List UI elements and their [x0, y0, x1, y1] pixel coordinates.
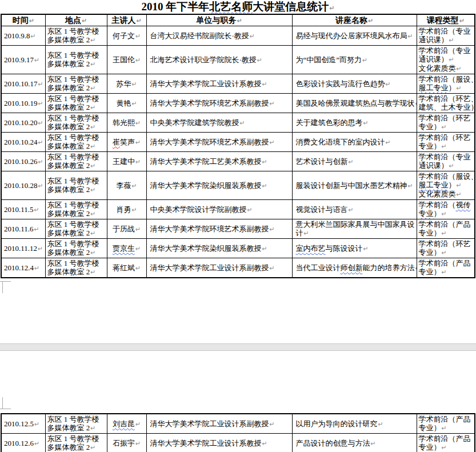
cell-lecture[interactable]: 关于建筑色彩的思考↵	[292, 113, 417, 133]
column-header-2[interactable]: 主讲人↵	[107, 14, 146, 26]
cell-speaker[interactable]: 于历战↵	[107, 219, 146, 239]
cell-unit[interactable]: 清华大学美术学院环境艺术系副教授↵	[146, 219, 292, 239]
cell-lecture[interactable]: 服装设计创新与中国水墨艺术精神↵	[292, 171, 417, 200]
cell-type[interactable]: 学术前沿（环艺 专业）↵	[417, 113, 475, 133]
paragraph: 2010.10.19↵	[4, 99, 43, 108]
cell-location[interactable]: 东区 1 号教学楼 多媒体教室 2↵	[45, 74, 107, 94]
cell-type[interactable]: 学术前沿（产品 专业）↵	[417, 258, 475, 278]
cell-unit[interactable]: 北海艺术设计职业学院院长·教授↵	[146, 46, 292, 74]
cell-date[interactable]: 2010.10.19↵	[1, 94, 45, 113]
cell-location[interactable]: 东区 1 号教学楼 多媒体教室 2↵	[45, 94, 107, 113]
cell-speaker[interactable]: 贾京生↵	[107, 239, 146, 258]
cell-lecture[interactable]: 室内布艺与陈设设计↵	[292, 239, 417, 258]
cell-lecture[interactable]: 当代工业设计师创新能力的培养方法↵	[292, 258, 417, 278]
cell-type[interactable]: 学术前沿（视传 专业）↵	[417, 200, 475, 219]
cell-location[interactable]: 东区 1 号教学楼 多媒体教室 2↵	[45, 434, 107, 452]
column-header-0[interactable]: 时间↵	[1, 14, 45, 26]
cell-location[interactable]: 东区 1 号教学楼 多媒体教室 2↵	[45, 26, 107, 46]
cell-date[interactable]: 2010.11.12↵	[1, 239, 45, 258]
cell-location[interactable]: 东区 1 号教学楼 多媒体教室 2↵	[45, 200, 107, 219]
cell-location[interactable]: 东区 1 号教学楼 多媒体教室 2↵	[45, 152, 107, 171]
cell-type[interactable]: 学术前沿（服设、 服工专业）↵文化素质类↵	[417, 171, 475, 200]
cell-unit[interactable]: 清华大学美术学院工业设计系副教授↵	[146, 258, 292, 278]
cell-location[interactable]: 东区 1 号教学楼 多媒体教室 2↵	[45, 171, 107, 200]
cell-speaker[interactable]: 苏华↵	[107, 74, 146, 94]
cell-date[interactable]: 2010.10.28↵	[1, 171, 45, 200]
paragraph: 清华大学美术学院染织服装系教授↵	[150, 181, 290, 190]
cell-speaker[interactable]: 蒋红斌↵	[107, 258, 146, 278]
cell-speaker[interactable]: 刘吉昆↵	[107, 414, 146, 434]
cell-date[interactable]: 2010.10.17↵	[1, 74, 45, 94]
cell-type[interactable]: 学术前沿（环艺 专业）↵	[417, 239, 475, 258]
cell-date[interactable]: 2010.10.24↵	[1, 133, 45, 152]
cell-location[interactable]: 东区 1 号教学楼 多媒体教室 2↵	[45, 46, 107, 74]
cell-type[interactable]: 学术前沿（专业 通识课）↵	[417, 26, 475, 46]
cell-speaker[interactable]: 李薇↵	[107, 171, 146, 200]
cell-lecture[interactable]: 易经与现代办公居家环境风水布局↵	[292, 26, 417, 46]
cell-date[interactable]: 2010.9.8↵	[1, 26, 45, 46]
cell-speaker[interactable]: 肖勇↵	[107, 200, 146, 219]
cell-type[interactable]: 学术前沿（环艺 专业）↵	[417, 133, 475, 152]
cell-lecture[interactable]: 消费文化语境下的室内设计↵	[292, 133, 417, 152]
cell-type[interactable]: 学术前沿（专业 通识课）↵	[417, 152, 475, 171]
cell-unit[interactable]: 台湾大汉易经书院副院长·教授↵	[146, 26, 292, 46]
cell-date[interactable]: 2010.10.26↵	[1, 152, 45, 171]
column-header-3[interactable]: 单位与职务↵	[146, 14, 292, 26]
cell-unit[interactable]: 清华大学美术学院工艺美术系教授↵	[146, 152, 292, 171]
cell-type[interactable]: 学术前沿（环艺、 建筑、土木专业）↵	[417, 94, 475, 113]
cell-unit[interactable]: 清华大学美术学院染织服装系教授↵	[146, 239, 292, 258]
cell-date[interactable]: 2010.11.5↵	[1, 200, 45, 219]
cell-speaker[interactable]: 石振宇↵	[107, 434, 146, 452]
cell-location[interactable]: 东区 1 号教学楼 多媒体教室 2↵	[45, 113, 107, 133]
cell-speaker[interactable]: 王建中↵	[107, 152, 146, 171]
cell-unit[interactable]: 清华大学美术学院环境艺术系副教授↵	[146, 94, 292, 113]
column-header-1[interactable]: 地点↵	[45, 14, 107, 26]
cell-location[interactable]: 东区 1 号教学楼 多媒体教室 2↵	[45, 414, 107, 434]
cell-unit[interactable]: 清华大学美术学院环境艺术系副教授↵	[146, 133, 292, 152]
cell-unit[interactable]: 清华大学美术学院染织服装系教授↵	[146, 171, 292, 200]
cell-lecture[interactable]: 色彩设计实践与流行色趋势↵	[292, 74, 417, 94]
cell-date[interactable]: 2010.12.5↵	[1, 414, 45, 434]
cell-lecture[interactable]: 产品设计的创意与方法↵	[292, 434, 417, 452]
document-title[interactable]: 2010 年下半年北艺名师大讲堂信息统计↵	[0, 1, 476, 15]
cell-location[interactable]: 东区 1 号教学楼 多媒体教室 2↵	[45, 219, 107, 239]
text-run: 艺术设计与创新	[296, 157, 348, 166]
cell-type[interactable]: 学术前沿（产品 专业）↵	[417, 219, 475, 239]
flagged-text-blue: 北艺名师	[209, 1, 253, 13]
text-run: 主讲人	[111, 16, 135, 25]
cell-speaker[interactable]: 王国伦↵	[107, 46, 146, 74]
cell-lecture[interactable]: 视觉设计与语言↵	[292, 200, 417, 219]
cell-unit[interactable]: 中央美术学院设计学院副教授↵	[146, 200, 292, 219]
end-of-cell-mark: ↵	[270, 226, 275, 233]
cell-lecture[interactable]: 以用户为导向的设计研究↵	[292, 414, 417, 434]
cell-date[interactable]: 2010.10.20↵	[1, 113, 45, 133]
cell-speaker[interactable]: 黄艳↵	[107, 94, 146, 113]
cell-type[interactable]: 学术前沿（产品 专业）↵	[417, 434, 475, 452]
cell-unit[interactable]: 清华大学美术学院工业设计系副教授↵	[146, 414, 292, 434]
cell-location[interactable]: 东区 1 号教学楼 多媒体教室 2↵	[45, 258, 107, 278]
cell-unit[interactable]: 清华大学美术学院工业设计系教授↵	[146, 434, 292, 452]
cell-type[interactable]: 学术前沿（服设、 服工专业）↵	[417, 74, 475, 94]
cell-speaker[interactable]: 何子文↵	[107, 26, 146, 46]
cell-date[interactable]: 2010.12.6↵	[1, 434, 45, 452]
cell-date[interactable]: 2010.9.17↵	[1, 46, 45, 74]
cell-date[interactable]: 2010.12.4↵	[1, 258, 45, 278]
cell-unit[interactable]: 清华大学美术学院工业设计系教授↵	[146, 74, 292, 94]
table-row: 2010.11.12↵东区 1 号教学楼 多媒体教室 2↵贾京生↵清华大学美术学…	[1, 239, 475, 258]
column-header-4[interactable]: 讲座名称↵	[292, 14, 417, 26]
cell-location[interactable]: 东区 1 号教学楼 多媒体教室 2↵	[45, 133, 107, 152]
paragraph: 2010.12.5↵	[4, 419, 43, 429]
cell-type[interactable]: 学术前沿（专业 通识课）↵文化素质类↵	[417, 46, 475, 74]
column-header-5[interactable]: 课程类型↵	[417, 14, 475, 26]
cell-date[interactable]: 2010.11.6↵	[1, 219, 45, 239]
cell-lecture[interactable]: 为“中国创造”而努力↵	[292, 46, 417, 74]
text-run: 美国及哈佛景观建筑热点与教学现状	[296, 99, 415, 107]
cell-unit[interactable]: 中央美术学院建筑学院教授↵	[146, 113, 292, 133]
cell-lecture[interactable]: 美国及哈佛景观建筑热点与教学现状↵	[292, 94, 417, 113]
cell-lecture[interactable]: 意大利米兰国际家具展与中国家具设 计↵	[292, 219, 417, 239]
cell-speaker[interactable]: 韩光熙↵	[107, 113, 146, 133]
cell-lecture[interactable]: 艺术设计与创新↵	[292, 152, 417, 171]
cell-speaker[interactable]: 崔笑声↵	[107, 133, 146, 152]
cell-location[interactable]: 东区 1 号教学楼 多媒体教室 2↵	[45, 239, 107, 258]
cell-type[interactable]: 学术前沿（产品 专业）↵	[417, 414, 475, 434]
